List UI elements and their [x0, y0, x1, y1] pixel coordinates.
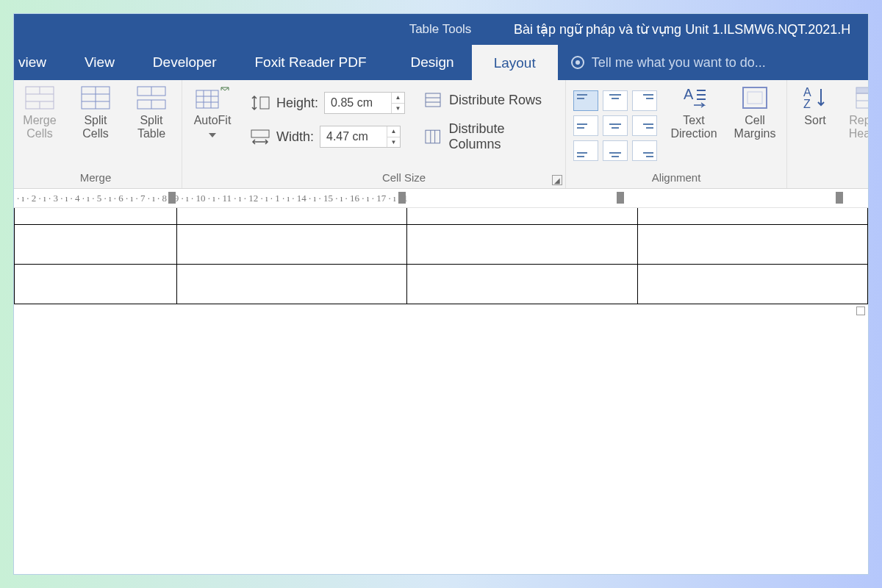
horizontal-ruler[interactable]: · ı · 2 · ı · 3 · ı · 4 · ı · 5 · ı · 6 … [14, 189, 868, 208]
tell-me-search[interactable]: Tell me what you want to do... [558, 45, 868, 80]
svg-text:A: A [803, 86, 811, 98]
tell-me-placeholder: Tell me what you want to do... [592, 55, 766, 71]
ruler-ticks-text: · ı · 2 · ı · 3 · ı · 4 · ı · 5 · ı · 6 … [14, 193, 408, 204]
column-marker[interactable] [398, 192, 406, 204]
distribute-columns-icon [424, 129, 441, 145]
autofit-icon [195, 85, 230, 111]
group-label-merge: Merge [17, 170, 174, 187]
width-input[interactable]: 4.47 cm ▲ ▼ [320, 126, 401, 148]
height-label: Height: [276, 96, 318, 111]
height-spinner[interactable]: ▲ ▼ [391, 93, 404, 113]
ribbon: Merge Cells Split Cells [14, 80, 868, 189]
spin-up-icon[interactable]: ▲ [387, 126, 400, 137]
align-top-left[interactable] [573, 90, 598, 111]
title-bar: Table Tools Bài tập ngữ pháp và từ vựng … [14, 14, 868, 45]
align-middle-center[interactable] [603, 115, 628, 136]
sort-icon: A Z [800, 85, 830, 111]
align-bottom-right[interactable] [632, 140, 657, 161]
alignment-grid [573, 85, 657, 161]
ribbon-tabs: view View Developer Foxit Reader PDF Des… [14, 45, 868, 80]
merge-cells-icon [25, 85, 54, 111]
split-cells-icon [81, 85, 110, 111]
repeat-header-icon [853, 85, 869, 111]
tab-layout[interactable]: Layout [472, 45, 558, 80]
group-label-alignment: Alignment [573, 170, 779, 187]
column-marker[interactable] [168, 192, 176, 204]
distribute-columns-button[interactable]: Distribute Columns [424, 121, 558, 152]
word-window: Table Tools Bài tập ngữ pháp và từ vựng … [13, 13, 869, 575]
align-bottom-center[interactable] [603, 140, 628, 161]
repeat-header-rows-button[interactable]: Repeat Header [846, 85, 869, 141]
spin-down-icon[interactable]: ▼ [392, 104, 404, 114]
chevron-down-icon [209, 133, 216, 137]
cell-margins-icon [740, 85, 770, 111]
spin-up-icon[interactable]: ▲ [392, 93, 404, 104]
height-input[interactable]: 0.85 cm ▲ ▼ [324, 92, 405, 114]
document-table[interactable] [14, 208, 868, 304]
split-table-icon [137, 85, 166, 111]
column-width-icon [250, 129, 270, 145]
tab-design[interactable]: Design [393, 45, 472, 80]
distribute-rows-button[interactable]: Distribute Rows [424, 92, 558, 108]
split-cells-button[interactable]: Split Cells [73, 85, 118, 141]
lightbulb-icon [571, 56, 584, 69]
svg-rect-20 [426, 93, 440, 107]
document-title: Bài tập ngữ pháp và từ vựng Unit 1.ILSMW… [506, 14, 868, 45]
align-top-center[interactable] [603, 90, 628, 111]
svg-rect-30 [743, 87, 767, 108]
autofit-button[interactable]: AutoFit [190, 85, 235, 137]
distribute-rows-icon [424, 92, 442, 108]
table-resize-handle[interactable] [856, 306, 865, 315]
svg-rect-18 [260, 97, 269, 109]
contextual-tab-label: Table Tools [374, 14, 506, 45]
tab-review-partial[interactable]: view [14, 45, 65, 80]
text-direction-icon: A [679, 85, 709, 111]
svg-rect-34 [856, 87, 869, 93]
align-middle-right[interactable] [632, 115, 657, 136]
document-area[interactable] [14, 208, 868, 574]
column-marker[interactable] [617, 192, 624, 204]
column-marker[interactable] [836, 192, 843, 204]
width-spinner[interactable]: ▲ ▼ [387, 126, 400, 147]
merge-cells-button[interactable]: Merge Cells [17, 85, 62, 141]
text-direction-button[interactable]: A Text Direction [667, 85, 720, 141]
svg-text:A: A [684, 86, 694, 102]
align-top-right[interactable] [632, 90, 657, 111]
row-height-icon [250, 95, 270, 111]
svg-rect-23 [426, 130, 440, 143]
svg-text:Z: Z [803, 98, 811, 110]
tab-view[interactable]: View [65, 45, 134, 80]
tab-foxit-reader-pdf[interactable]: Foxit Reader PDF [235, 45, 385, 80]
spin-down-icon[interactable]: ▼ [387, 137, 400, 148]
sort-button[interactable]: A Z Sort [795, 85, 836, 127]
cell-margins-button[interactable]: Cell Margins [731, 85, 779, 141]
width-label: Width: [276, 129, 314, 145]
cell-size-dialog-launcher[interactable]: ◢ [552, 175, 562, 185]
svg-rect-19 [251, 130, 269, 137]
align-bottom-left[interactable] [573, 140, 598, 161]
align-middle-left[interactable] [573, 115, 598, 136]
svg-rect-31 [747, 92, 762, 104]
group-label-cell-size: Cell Size [250, 170, 558, 187]
tab-developer[interactable]: Developer [134, 45, 236, 80]
svg-rect-13 [196, 90, 218, 108]
split-table-button[interactable]: Split Table [129, 85, 174, 141]
